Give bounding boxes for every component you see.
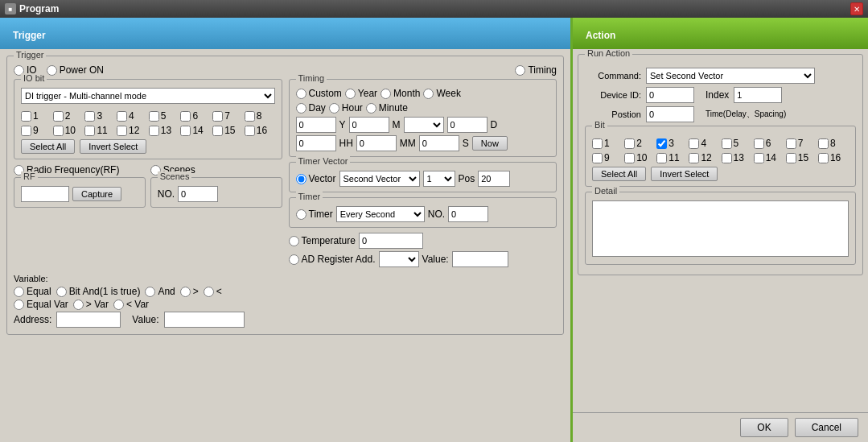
action-select-all-btn[interactable]: Select All (592, 167, 646, 181)
gt-radio[interactable] (180, 287, 191, 297)
io-cb-2[interactable] (53, 111, 64, 122)
year-radio[interactable] (345, 89, 356, 99)
bit-cb-7[interactable] (786, 138, 796, 149)
s-input[interactable] (419, 135, 459, 151)
io-cb-1[interactable] (21, 111, 31, 122)
bit-cb-8[interactable] (818, 138, 829, 149)
now-btn[interactable]: Now (472, 136, 508, 151)
d-input[interactable] (447, 117, 487, 133)
bit-cb-9[interactable] (592, 153, 603, 163)
bit-and-radio[interactable] (56, 287, 67, 297)
io-cb-4[interactable] (117, 111, 127, 122)
io-cb-6[interactable] (180, 111, 191, 122)
scenes-no-input[interactable] (178, 186, 218, 202)
io-cb-11[interactable] (84, 126, 95, 136)
timer-no-input[interactable] (448, 206, 488, 222)
power-on-radio[interactable] (47, 65, 57, 76)
gt-label: > (193, 286, 199, 297)
action-invert-select-btn[interactable]: Invert Select (651, 167, 718, 181)
mm-input[interactable] (356, 135, 397, 151)
detail-textarea[interactable] (592, 200, 849, 257)
command-dropdown[interactable]: Set Second Vector (646, 68, 815, 84)
ok-button[interactable]: OK (740, 418, 788, 437)
io-cb-13[interactable] (149, 126, 159, 136)
gt-var-radio[interactable] (73, 299, 84, 310)
io-cb-14[interactable] (180, 126, 191, 136)
and-radio[interactable] (145, 287, 155, 297)
m-dropdown[interactable] (404, 117, 444, 133)
temp-radio[interactable] (289, 236, 299, 246)
trigger-header: Trigger (0, 18, 570, 49)
month-label: Month (393, 88, 420, 99)
custom-radio[interactable] (296, 89, 306, 99)
bit-cb-11[interactable] (656, 153, 667, 163)
bit-cb-5[interactable] (722, 138, 732, 149)
bit-cb-2[interactable] (624, 138, 635, 149)
bit-cb-12[interactable] (689, 153, 699, 163)
rf-value-input[interactable] (21, 186, 69, 202)
y-input[interactable] (296, 117, 336, 133)
io-cb-7[interactable] (212, 111, 223, 122)
io-cb-10[interactable] (53, 126, 64, 136)
io-cb-16[interactable] (245, 126, 255, 136)
lt-radio[interactable] (204, 287, 214, 297)
bit-cb-6[interactable] (754, 138, 764, 149)
io-cb-5[interactable] (149, 111, 159, 122)
timer-dropdown[interactable]: Every Second (336, 206, 425, 222)
io-cb-8[interactable] (245, 111, 255, 122)
bit-cb-15[interactable] (786, 153, 796, 163)
day-radio[interactable] (296, 103, 306, 114)
vector-radio[interactable] (296, 174, 306, 184)
io-select-all-btn[interactable]: Select All (21, 139, 75, 154)
temp-input[interactable] (359, 233, 423, 249)
bit-group: Bit 1 2 3 4 5 6 7 8 9 10 11 (585, 126, 856, 187)
io-bit-checkboxes-row2: 9 10 11 12 13 14 15 16 (21, 125, 275, 136)
timer-no-label: NO. (428, 209, 445, 220)
y-label: Y (339, 119, 346, 130)
temp-label: Temperature (302, 235, 356, 246)
equal-radio[interactable] (14, 287, 24, 297)
address-input[interactable] (56, 312, 121, 328)
io-cb-3[interactable] (84, 111, 95, 122)
ad-value-input[interactable] (452, 251, 508, 267)
io-cb-9[interactable] (21, 126, 31, 136)
ad-radio[interactable] (289, 254, 299, 265)
bit-cb-4[interactable] (689, 138, 699, 149)
vector-num-dropdown[interactable]: 1 (423, 171, 455, 187)
bit-and-label: Bit And(1 is true) (69, 286, 141, 297)
io-bit-dropdown[interactable]: DI trigger - Multi-channel mode (21, 88, 275, 104)
hh-input[interactable] (296, 135, 336, 151)
timer-row: Timer Every Second NO. (296, 206, 550, 222)
hour-radio[interactable] (329, 103, 339, 114)
index-input[interactable] (734, 87, 782, 103)
bit-cb-1[interactable] (592, 138, 603, 149)
equal-var-radio[interactable] (14, 299, 24, 310)
m-input[interactable] (349, 117, 389, 133)
capture-btn[interactable]: Capture (72, 187, 121, 201)
cancel-button[interactable]: Cancel (795, 418, 858, 437)
minute-radio[interactable] (366, 103, 376, 114)
lt-var-radio[interactable] (113, 299, 124, 310)
month-radio[interactable] (381, 89, 391, 99)
io-cb-12[interactable] (117, 126, 127, 136)
position-input[interactable] (646, 106, 694, 122)
io-cb-15[interactable] (212, 126, 223, 136)
timer-radio[interactable] (296, 209, 306, 220)
bit-cb-16[interactable] (818, 153, 829, 163)
window-title: Program (19, 3, 59, 14)
bit-cb-13[interactable] (722, 153, 732, 163)
week-radio[interactable] (423, 89, 434, 99)
io-invert-select-btn[interactable]: Invert Select (80, 139, 146, 154)
bit-cb-3[interactable] (656, 138, 667, 149)
ad-dropdown[interactable] (379, 251, 419, 267)
bit-cb-10[interactable] (624, 153, 635, 163)
device-id-input[interactable] (646, 87, 694, 103)
app-icon: ■ (5, 3, 16, 14)
bit-cb-14[interactable] (754, 153, 764, 163)
vector-dropdown[interactable]: Second Vector (339, 171, 420, 187)
pos-input[interactable] (478, 171, 510, 187)
rf-scenes-row: Radio Frequency(RF) RF Capture (14, 164, 282, 213)
close-button[interactable]: ✕ (850, 2, 863, 15)
timing-radio[interactable] (515, 65, 525, 76)
value-input[interactable] (164, 312, 245, 328)
